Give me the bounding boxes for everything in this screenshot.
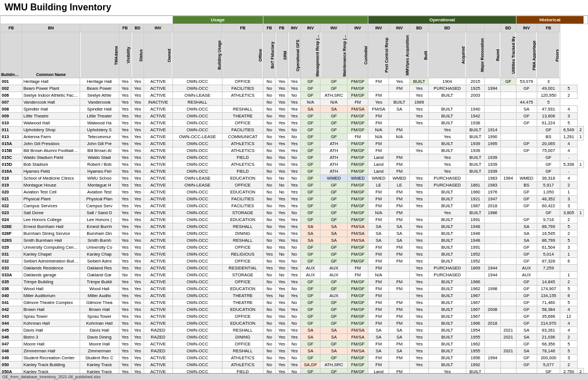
table-cell: Yes <box>119 210 131 216</box>
table-row: 001Heritage HallHeritage HallYesYesACTIV… <box>1 78 588 85</box>
table-cell <box>500 223 516 230</box>
table-cell: Yes <box>410 223 428 230</box>
table-cell: Yes <box>119 327 131 334</box>
table-cell: 4 <box>560 327 578 334</box>
table-cell: 1986 <box>485 210 500 216</box>
table-cell: OWN-OCC <box>172 85 223 92</box>
table-cell: WMED <box>516 175 537 182</box>
table-cell: 174,907 <box>537 286 560 292</box>
table-cell: Yes <box>119 341 131 348</box>
table-cell: Oaklands garage <box>22 272 80 279</box>
table-cell: 028E <box>1 223 22 230</box>
table-cell: Yes <box>428 368 466 374</box>
table-cell: Little Theatre <box>22 113 80 120</box>
table-cell: BUILT <box>428 106 466 113</box>
table-cell: 1994 <box>485 355 500 362</box>
table-cell: GF <box>321 127 348 134</box>
table-cell: OWN-OCC <box>172 140 223 147</box>
table-cell: GF <box>300 368 321 374</box>
table-cell: 5 <box>560 223 578 230</box>
table-cell: FM <box>389 216 410 223</box>
table-cell: FM <box>368 313 389 320</box>
group-header-row: Usage Operational Historical <box>1 16 588 24</box>
table-cell <box>410 168 428 175</box>
table-cell: BUILT <box>428 223 466 230</box>
table-cell: OWN-OCC <box>172 113 223 120</box>
table-cell: Land <box>368 168 389 175</box>
table-cell: 044 <box>1 320 22 327</box>
table-cell: No <box>276 272 288 279</box>
table-cell: Yes <box>131 251 144 258</box>
table-cell: FM <box>389 154 410 161</box>
table-wrapper[interactable]: Usage Operational Historical FB BN FB BD… <box>0 16 588 373</box>
table-cell: GF <box>516 341 537 348</box>
table-row: 032Seibert Administration BuildingSeiber… <box>1 258 588 265</box>
table-cell: STORAGE <box>223 272 263 279</box>
table-cell: ACTIVE <box>144 154 172 161</box>
table-cell: No <box>263 175 276 182</box>
table-cell: No <box>263 161 276 168</box>
table-cell: Yes <box>410 265 428 272</box>
table-cell: ACTIVE <box>144 306 172 313</box>
table-cell: FM/GF <box>348 147 368 154</box>
table-cell: Smith Burnh <box>80 237 119 244</box>
table-cell: BUILT <box>428 279 466 286</box>
table-cell: GF <box>300 286 321 292</box>
table-cell: SA <box>300 237 321 244</box>
table-cell: FM/GF <box>348 251 368 258</box>
table-cell: Yes <box>276 196 288 203</box>
table-cell <box>410 210 428 216</box>
table-cell: Yes <box>288 223 301 230</box>
table-cell: FM <box>389 279 410 286</box>
table-cell: 9,716 <box>537 216 560 223</box>
table-cell <box>500 210 516 216</box>
table-cell: 046 <box>1 334 22 341</box>
table-cell <box>485 292 500 299</box>
table-cell: 2015 <box>466 78 485 85</box>
table-cell: No <box>263 306 276 313</box>
table-cell: Yes <box>119 168 131 175</box>
table-row: 007Vandercook HallVandercookYesYesINACTI… <box>1 99 588 106</box>
table-cell: Yes <box>119 85 131 92</box>
table-cell: 78,146 <box>537 348 560 355</box>
sh-bd1: BD <box>131 24 144 32</box>
table-cell: Yes <box>288 362 301 368</box>
table-cell: Yes <box>276 313 288 320</box>
historical-group-header: Historical <box>516 16 584 24</box>
table-cell: Yes <box>119 99 131 106</box>
table-cell: 2 <box>560 230 578 237</box>
table-cell <box>389 292 410 299</box>
blank-group2 <box>584 16 588 24</box>
sh-bd4: BD <box>500 24 516 32</box>
table-cell: GF <box>300 175 321 182</box>
table-cell <box>500 161 516 168</box>
table-cell <box>516 368 537 374</box>
table-cell: ACTIVE <box>144 161 172 168</box>
table-cell: 1 <box>560 272 578 279</box>
table-cell <box>516 134 537 140</box>
table-cell: FM <box>368 362 389 368</box>
table-cell: OWN-OCC-LEASE <box>172 134 223 140</box>
table-cell <box>500 362 516 368</box>
col-floors: Floors <box>537 32 560 78</box>
table-cell: BUILT <box>428 292 466 299</box>
table-row: 015CWaldo Stadium FieldWaldo StadiYesYes… <box>1 154 588 161</box>
table-cell: BUILT <box>428 203 466 210</box>
table-cell: 1991 <box>466 216 485 223</box>
table-cell: Yes <box>131 78 144 85</box>
table-cell: SA <box>389 327 410 334</box>
table-cell: No <box>263 299 276 306</box>
table-cell: Yes <box>119 362 131 368</box>
table-cell: Yes <box>276 120 288 127</box>
table-cell <box>537 272 560 279</box>
sh-inv4: INV <box>321 24 348 32</box>
table-cell: THEATRE <box>223 292 263 299</box>
col-building-code: Building Code <box>1 32 22 78</box>
table-cell: 036 <box>1 286 22 292</box>
table-cell: No <box>263 341 276 348</box>
table-cell <box>500 120 516 127</box>
table-cell <box>389 362 410 368</box>
table-cell: GF <box>300 147 321 154</box>
table-cell: 021 <box>1 196 22 203</box>
table-cell: Trimpe Buildi <box>80 279 119 286</box>
